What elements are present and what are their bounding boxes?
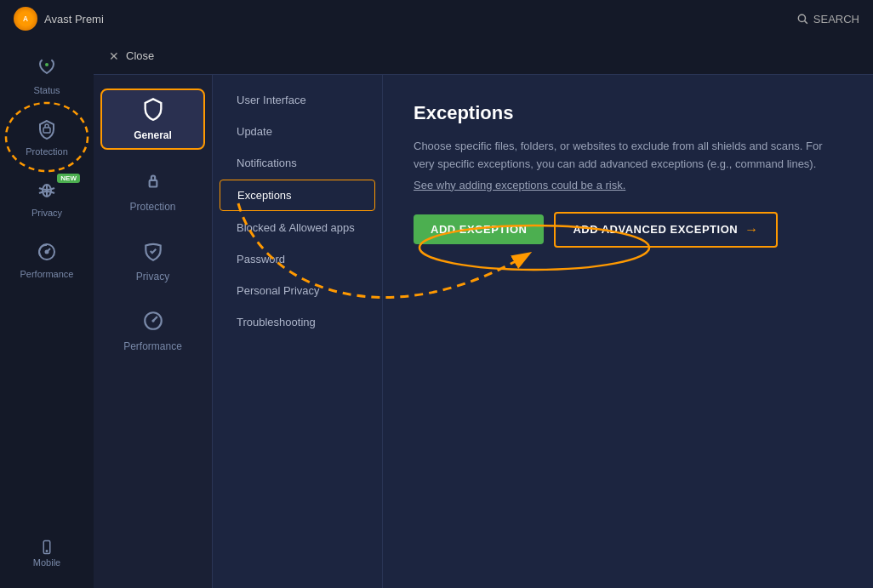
nav-protection[interactable]: Protection xyxy=(100,163,205,220)
sidebar-item-protection[interactable]: Protection xyxy=(9,107,85,165)
svg-point-4 xyxy=(45,63,48,66)
mobile-label: Mobile xyxy=(33,557,60,568)
sidebar-item-status[interactable]: Status xyxy=(9,46,85,104)
protection-icon xyxy=(33,116,60,143)
new-badge: NEW xyxy=(57,174,80,183)
svg-rect-13 xyxy=(149,180,157,187)
sidebar-item-protection-label: Protection xyxy=(26,146,68,157)
svg-line-3 xyxy=(804,21,807,24)
content-description: Choose specific files, folders, or websi… xyxy=(414,138,842,174)
general-icon xyxy=(141,97,165,126)
svg-text:A: A xyxy=(23,15,28,23)
content-title: Exceptions xyxy=(414,102,842,124)
settings-header: ✕ Close xyxy=(94,37,873,75)
sidebar: Status Protection NEW Privacy xyxy=(0,37,94,588)
menu-notifications[interactable]: Notifications xyxy=(220,148,375,178)
nav-performance-icon xyxy=(142,310,164,337)
svg-point-2 xyxy=(798,14,805,21)
settings-panel: ✕ Close General xyxy=(94,37,873,588)
top-bar: A Avast Premi SEARCH xyxy=(0,0,873,37)
settings-menu: User Interface Update Notifications Exce… xyxy=(213,75,383,588)
svg-point-15 xyxy=(151,319,154,322)
sidebar-item-status-label: Status xyxy=(33,85,60,95)
add-advanced-exception-button[interactable]: ADD ADVANCED EXCEPTION → xyxy=(554,212,777,248)
menu-personal-privacy[interactable]: Personal Privacy xyxy=(220,276,375,305)
sidebar-bottom: Mobile xyxy=(26,524,67,588)
nav-performance-label: Performance xyxy=(123,340,182,352)
add-advanced-label: ADD ADVANCED EXCEPTION xyxy=(573,223,738,236)
close-label: Close xyxy=(126,49,154,62)
svg-rect-5 xyxy=(43,128,50,133)
close-icon: ✕ xyxy=(107,49,121,63)
status-icon xyxy=(33,54,60,82)
menu-exceptions[interactable]: Exceptions xyxy=(220,180,375,211)
menu-password[interactable]: Password xyxy=(220,244,375,274)
settings-nav: General Protection xyxy=(94,75,213,588)
sidebar-item-performance[interactable]: Performance xyxy=(9,230,85,288)
nav-protection-icon xyxy=(142,170,164,197)
svg-point-12 xyxy=(46,551,48,552)
performance-icon xyxy=(33,238,60,265)
search-button[interactable]: SEARCH xyxy=(796,13,859,26)
nav-general-label: General xyxy=(134,129,172,141)
nav-performance[interactable]: Performance xyxy=(100,303,205,359)
nav-privacy-icon xyxy=(142,240,164,267)
settings-body: General Protection xyxy=(94,75,873,588)
svg-point-10 xyxy=(46,251,48,254)
nav-general[interactable]: General xyxy=(100,88,205,150)
menu-blocked-apps[interactable]: Blocked & Allowed apps xyxy=(220,213,375,243)
app-title: Avast Premi xyxy=(44,13,796,26)
menu-user-interface[interactable]: User Interface xyxy=(220,85,375,115)
content-link[interactable]: See why adding exceptions could be a ris… xyxy=(414,179,842,191)
sidebar-item-privacy-label: Privacy xyxy=(31,208,62,218)
arrow-icon: → xyxy=(745,222,759,237)
sidebar-item-privacy[interactable]: NEW Privacy xyxy=(9,168,85,226)
nav-privacy[interactable]: Privacy xyxy=(100,233,205,289)
privacy-icon xyxy=(33,177,60,204)
menu-troubleshooting[interactable]: Troubleshooting xyxy=(220,307,375,337)
mobile-item[interactable]: Mobile xyxy=(26,533,67,574)
sidebar-item-performance-label: Performance xyxy=(20,269,74,279)
nav-protection-label: Protection xyxy=(129,201,175,213)
menu-update[interactable]: Update xyxy=(220,117,375,146)
nav-privacy-label: Privacy xyxy=(136,271,169,283)
add-exception-button[interactable]: ADD EXCEPTION xyxy=(414,214,544,244)
app-logo: A xyxy=(14,7,37,31)
settings-content: Exceptions Choose specific files, folder… xyxy=(383,75,873,588)
buttons-row: ADD EXCEPTION ADD ADVANCED EXCEPTION → xyxy=(414,212,842,248)
search-label: SEARCH xyxy=(813,13,859,26)
close-button[interactable]: ✕ Close xyxy=(107,49,154,63)
